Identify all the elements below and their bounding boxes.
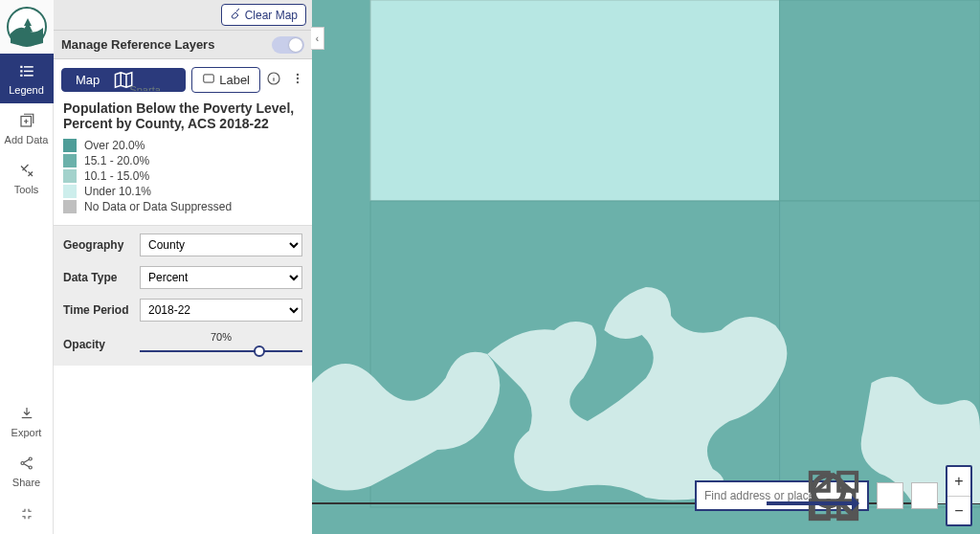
label-icon (202, 72, 215, 88)
legend-item: 10.1 - 15.0% (63, 169, 302, 183)
app-logo (0, 0, 54, 54)
manage-ref-label: Manage Reference Layers (61, 37, 214, 52)
eraser-icon (230, 8, 241, 22)
legend-swatch (63, 185, 77, 198)
map-canvas[interactable]: + − (312, 0, 980, 534)
nav-share[interactable]: Share (0, 446, 54, 496)
svg-rect-18 (780, 0, 980, 201)
svg-rect-17 (370, 0, 780, 201)
nav-fullscreen[interactable] (0, 496, 54, 534)
svg-point-8 (21, 461, 24, 464)
svg-point-10 (29, 466, 32, 469)
nav-label: Tools (14, 184, 39, 195)
legend-swatch (63, 200, 77, 213)
nav-export[interactable]: Export (0, 396, 54, 446)
map-tools: + − (695, 465, 972, 526)
nav-label: Add Data (5, 134, 49, 145)
legend-swatch (63, 139, 77, 152)
legend-panel: Clear Map Manage Reference Layers Map Sp… (54, 0, 312, 534)
share-icon (18, 455, 35, 475)
tab-label[interactable]: Label (191, 67, 260, 93)
nav-label: Legend (9, 84, 44, 96)
collapse-panel-button[interactable]: ‹ (311, 27, 324, 50)
legend-item: Under 10.1% (63, 185, 302, 198)
chevron-left-icon: ‹ (316, 33, 319, 44)
legend-item: 15.1 - 20.0% (63, 154, 302, 167)
legend-label: Over 20.0% (84, 139, 145, 152)
legend-swatch (63, 169, 77, 183)
svg-rect-5 (20, 74, 22, 76)
svg-point-13 (297, 73, 299, 75)
legend-label: No Data or Data Suppressed (84, 200, 232, 213)
timeperiod-label: Time Period (63, 303, 140, 317)
svg-rect-6 (24, 75, 33, 77)
nav-rail: Legend Add Data Tools Export Share (0, 0, 54, 534)
svg-rect-2 (24, 66, 33, 68)
legend-label: 10.1 - 15.0% (84, 169, 149, 183)
legend-swatch (63, 154, 77, 167)
home-extent-button[interactable] (911, 482, 938, 509)
list-icon (18, 62, 35, 82)
more-icon[interactable] (291, 71, 304, 90)
opacity-label: Opacity (63, 338, 140, 351)
clear-map-button[interactable]: Clear Map (221, 4, 306, 26)
opacity-slider[interactable] (140, 345, 302, 358)
geography-select[interactable]: County (140, 234, 302, 256)
nav-label: Share (12, 477, 40, 488)
reference-layers-toggle[interactable] (272, 36, 304, 54)
timeperiod-select[interactable]: 2018-22 (140, 299, 302, 322)
svg-point-15 (297, 80, 299, 82)
layer-title: Population Below the Poverty Level, Perc… (63, 100, 302, 131)
svg-rect-3 (20, 70, 22, 72)
collapse-icon (19, 506, 34, 524)
download-icon (18, 405, 35, 425)
nav-add-data[interactable]: Add Data (0, 103, 54, 153)
legend-label: Under 10.1% (84, 185, 151, 198)
svg-point-9 (29, 457, 32, 460)
svg-rect-1 (20, 65, 22, 67)
manage-reference-layers-row: Manage Reference Layers (54, 31, 312, 59)
layer-controls: Geography County Data Type Percent Time … (54, 225, 312, 366)
add-layer-icon (18, 112, 35, 132)
nav-tools[interactable]: Tools (0, 153, 54, 203)
geography-label: Geography (63, 238, 140, 252)
tab-map[interactable]: Map SpartaAvaRockbridgeSquiresBradleyvil… (61, 68, 186, 92)
info-icon[interactable] (266, 71, 281, 90)
legend-item: Over 20.0% (63, 139, 302, 152)
nav-label: Export (11, 427, 42, 438)
legend-label: 15.1 - 20.0% (84, 154, 149, 167)
svg-rect-11 (204, 75, 214, 82)
legend-item: No Data or Data Suppressed (63, 200, 302, 213)
nav-legend[interactable]: Legend (0, 54, 54, 103)
svg-point-14 (297, 77, 299, 78)
svg-rect-4 (24, 70, 33, 72)
datatype-select[interactable]: Percent (140, 266, 302, 289)
opacity-value: 70% (211, 331, 232, 343)
datatype-label: Data Type (63, 271, 140, 284)
annotation-arrow (767, 501, 858, 505)
tools-icon (18, 162, 35, 182)
legend-list: Over 20.0%15.1 - 20.0%10.1 - 15.0%Under … (63, 139, 302, 213)
map-svg (312, 0, 980, 534)
